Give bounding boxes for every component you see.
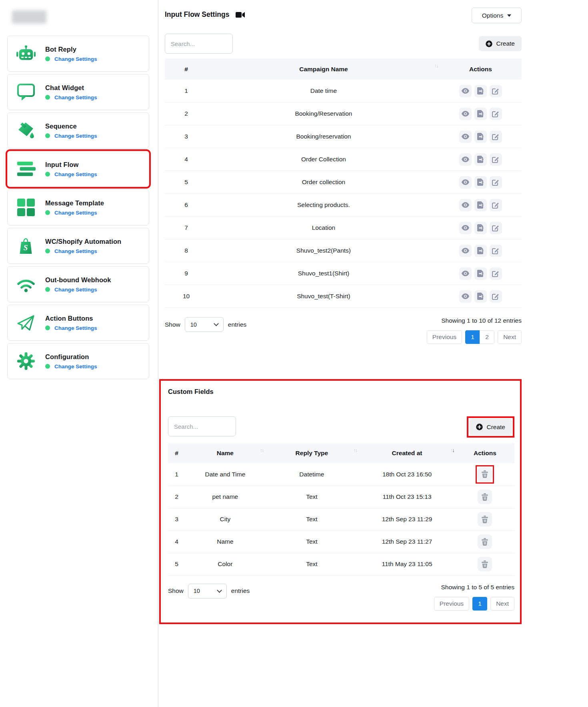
view-button[interactable] xyxy=(459,267,472,280)
pagination-page-2[interactable]: 2 xyxy=(480,330,494,344)
pagination-previous-button[interactable]: Previous xyxy=(427,330,462,344)
custom-fields-title: Custom Fields xyxy=(168,388,514,396)
delete-button[interactable] xyxy=(478,512,492,526)
table-row: 2 Booking/Reservation xyxy=(165,102,522,125)
column-header-name[interactable]: Name↑↓ xyxy=(185,443,265,463)
sidebar-item-label: Chat Widget xyxy=(45,84,84,91)
edit-icon[interactable] xyxy=(490,222,502,234)
status-dot xyxy=(45,325,50,330)
custom-fields-create-button[interactable]: Create xyxy=(469,419,512,435)
options-button[interactable]: Options xyxy=(472,8,522,23)
sidebar-item-chat-widget[interactable]: Chat Widget Change Settings xyxy=(7,74,149,110)
sort-icon[interactable]: ↑↓ xyxy=(260,447,263,453)
campaign-search-input[interactable] xyxy=(165,34,233,54)
created-at-cell: 11th May 23 11:05 xyxy=(358,553,455,575)
sort-icon[interactable]: ↑↓ xyxy=(434,62,438,68)
app-logo xyxy=(12,10,46,24)
change-settings-link[interactable]: Change Settings xyxy=(54,248,97,254)
view-button[interactable] xyxy=(459,245,472,257)
column-header-actions: Actions xyxy=(456,443,514,463)
app-window: Bot Reply Change Settings Chat Widget Ch… xyxy=(0,0,588,707)
custom-fields-header-row: # Name↑↓ Reply Type↑↓ Created at↑↓ Actio… xyxy=(168,443,514,463)
export-icon[interactable] xyxy=(474,176,487,189)
view-button[interactable] xyxy=(459,199,472,211)
view-button[interactable] xyxy=(459,222,472,234)
change-settings-link[interactable]: Change Settings xyxy=(54,364,97,370)
status-dot xyxy=(45,210,50,215)
export-icon[interactable] xyxy=(474,153,487,166)
export-icon[interactable] xyxy=(474,108,487,120)
pagination-next-button[interactable]: Next xyxy=(498,330,522,344)
edit-icon[interactable] xyxy=(490,290,502,303)
edit-icon[interactable] xyxy=(490,153,502,166)
campaign-name-cell: Order Collection xyxy=(208,148,440,171)
change-settings-link[interactable]: Change Settings xyxy=(54,133,97,139)
sidebar-item-bot-reply[interactable]: Bot Reply Change Settings xyxy=(7,36,149,72)
column-header-campaign-name[interactable]: Campaign Name↑↓ xyxy=(208,58,440,80)
export-icon[interactable] xyxy=(474,131,487,143)
pagination-page-1[interactable]: 1 xyxy=(465,330,480,344)
change-settings-link[interactable]: Change Settings xyxy=(54,210,97,216)
export-icon[interactable] xyxy=(474,222,487,234)
sidebar-item-out-bound-webhook[interactable]: Out-bound Webhook Change Settings xyxy=(7,266,149,302)
video-camera-icon[interactable] xyxy=(236,12,245,18)
export-icon[interactable] xyxy=(474,85,487,97)
pagination-next-button[interactable]: Next xyxy=(490,597,514,611)
created-at-cell: 12th Sep 23 11:29 xyxy=(358,508,455,530)
view-button[interactable] xyxy=(459,153,472,166)
delete-button-wrap xyxy=(478,512,492,526)
sidebar-item-input-flow[interactable]: Input Flow Change Settings xyxy=(7,151,149,187)
sidebar-item-wc-shopify-automation[interactable]: S WC/Shopify Automation Change Settings xyxy=(7,228,149,264)
sidebar-item-label: Action Buttons xyxy=(45,315,93,322)
change-settings-link[interactable]: Change Settings xyxy=(54,171,97,177)
view-button[interactable] xyxy=(459,85,472,97)
created-at-header-label: Created at xyxy=(392,450,422,456)
edit-icon[interactable] xyxy=(490,85,502,97)
export-icon[interactable] xyxy=(474,290,487,303)
delete-button[interactable] xyxy=(478,557,492,571)
row-number: 3 xyxy=(168,508,185,530)
created-at-cell: 11th Oct 23 15:13 xyxy=(358,486,455,508)
pagination-page-1[interactable]: 1 xyxy=(472,597,487,611)
sort-icon-desc-active[interactable]: ↑↓ xyxy=(450,447,454,453)
export-icon[interactable] xyxy=(474,199,487,211)
edit-icon[interactable] xyxy=(490,245,502,257)
edit-icon[interactable] xyxy=(490,176,502,189)
delete-button[interactable] xyxy=(478,490,492,504)
sidebar-item-action-buttons[interactable]: Action Buttons Change Settings xyxy=(7,305,149,341)
view-button[interactable] xyxy=(459,290,472,303)
edit-icon[interactable] xyxy=(490,131,502,143)
row-number: 10 xyxy=(165,285,208,308)
status-dot xyxy=(45,364,50,369)
export-icon[interactable] xyxy=(474,267,487,280)
sidebar-item-configuration[interactable]: Configuration Change Settings xyxy=(7,343,149,379)
campaign-create-label: Create xyxy=(496,40,515,47)
change-settings-link[interactable]: Change Settings xyxy=(54,56,97,62)
chevron-down-icon xyxy=(217,588,222,593)
export-icon[interactable] xyxy=(474,245,487,257)
gear-icon xyxy=(16,351,36,371)
sidebar-item-message-template[interactable]: Message Template Change Settings xyxy=(7,189,149,225)
delete-button[interactable] xyxy=(478,534,492,549)
table-row: 10 Shuvo_test(T-Shirt) xyxy=(165,285,522,308)
delete-button[interactable] xyxy=(478,467,492,482)
column-header-reply-type[interactable]: Reply Type↑↓ xyxy=(265,443,358,463)
view-button[interactable] xyxy=(459,176,472,189)
custom-fields-search-input[interactable] xyxy=(168,416,236,436)
change-settings-link[interactable]: Change Settings xyxy=(54,94,97,100)
sort-icon[interactable]: ↑↓ xyxy=(353,447,357,453)
pagination-previous-button[interactable]: Previous xyxy=(434,597,469,611)
change-settings-link[interactable]: Change Settings xyxy=(54,325,97,331)
edit-icon[interactable] xyxy=(490,199,502,211)
showing-entries-text: Showing 1 to 10 of 12 entries xyxy=(441,317,522,324)
page-size-select[interactable]: 10 xyxy=(188,584,227,599)
change-settings-link[interactable]: Change Settings xyxy=(54,287,97,293)
edit-icon[interactable] xyxy=(490,267,502,280)
sidebar-item-sequence[interactable]: Sequence Change Settings xyxy=(7,112,149,149)
column-header-created-at[interactable]: Created at↑↓ xyxy=(358,443,455,463)
view-button[interactable] xyxy=(459,131,472,143)
edit-icon[interactable] xyxy=(490,108,502,120)
page-size-select[interactable]: 10 xyxy=(185,317,224,332)
view-button[interactable] xyxy=(459,108,472,120)
campaign-create-button[interactable]: Create xyxy=(479,36,522,51)
